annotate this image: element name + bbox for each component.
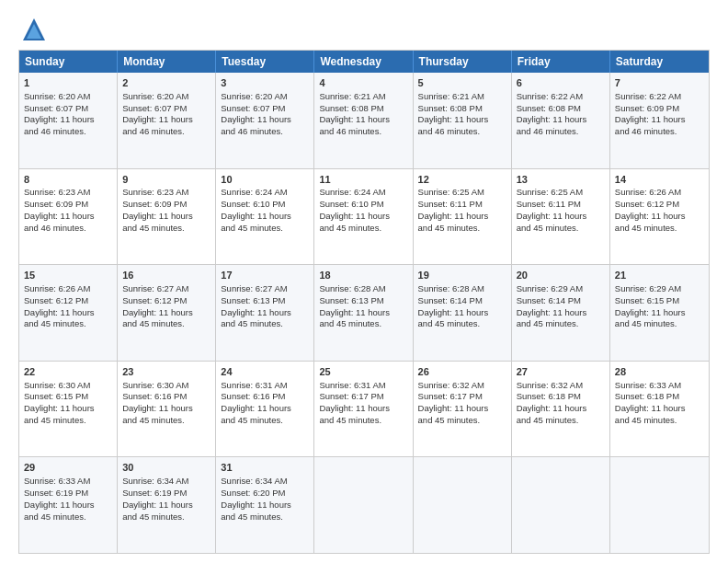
day-info-line: Sunrise: 6:27 AM: [221, 283, 309, 295]
day-info-line: and 45 minutes.: [319, 223, 407, 235]
day-number: 4: [319, 76, 407, 90]
day-info-line: Sunrise: 6:23 AM: [24, 187, 112, 199]
day-info-line: and 46 minutes.: [517, 126, 605, 138]
day-info-line: and 45 minutes.: [221, 318, 309, 330]
day-number: 19: [418, 269, 506, 282]
day-info-line: Daylight: 11 hours: [24, 403, 112, 415]
day-info-line: Daylight: 11 hours: [517, 307, 605, 319]
day-number: 15: [24, 269, 112, 282]
calendar-day-cell: 9Sunrise: 6:23 AMSunset: 6:09 PMDaylight…: [118, 169, 216, 265]
day-info-line: Sunset: 6:11 PM: [418, 199, 506, 211]
calendar-day-cell: 31Sunrise: 6:34 AMSunset: 6:20 PMDayligh…: [216, 457, 314, 553]
calendar-body: 1Sunrise: 6:20 AMSunset: 6:07 PMDaylight…: [19, 73, 709, 553]
day-number: 23: [122, 365, 210, 379]
day-info-line: and 45 minutes.: [122, 511, 210, 523]
day-number: 18: [319, 269, 407, 282]
day-info-line: and 45 minutes.: [517, 415, 605, 427]
calendar-day-cell: 11Sunrise: 6:24 AMSunset: 6:10 PMDayligh…: [314, 169, 413, 265]
day-info-line: Daylight: 11 hours: [122, 403, 210, 415]
day-info-line: Sunset: 6:10 PM: [221, 199, 309, 211]
day-info-line: and 45 minutes.: [615, 318, 704, 330]
calendar-day-cell: 15Sunrise: 6:26 AMSunset: 6:12 PMDayligh…: [19, 265, 118, 361]
day-info-line: Sunset: 6:14 PM: [418, 295, 506, 307]
day-info-line: Daylight: 11 hours: [221, 211, 309, 223]
calendar-day-cell: 6Sunrise: 6:22 AMSunset: 6:08 PMDaylight…: [512, 73, 610, 168]
day-info-line: and 45 minutes.: [517, 223, 605, 235]
day-info-line: Sunrise: 6:31 AM: [319, 380, 407, 392]
day-info-line: Daylight: 11 hours: [615, 403, 704, 415]
day-info-line: Sunset: 6:17 PM: [418, 391, 506, 403]
day-info-line: Sunrise: 6:22 AM: [615, 91, 704, 103]
day-number: 29: [24, 461, 112, 475]
day-number: 9: [122, 173, 210, 187]
day-number: 10: [221, 173, 309, 187]
day-number: 2: [122, 76, 210, 90]
day-number: 28: [615, 365, 704, 379]
day-number: 13: [517, 173, 605, 187]
day-info-line: Daylight: 11 hours: [221, 114, 309, 126]
day-info-line: Daylight: 11 hours: [418, 307, 506, 319]
day-info-line: Sunset: 6:18 PM: [615, 391, 704, 403]
day-info-line: Daylight: 11 hours: [615, 307, 704, 319]
day-info-line: Sunrise: 6:28 AM: [418, 283, 506, 295]
day-info-line: Daylight: 11 hours: [517, 211, 605, 223]
day-info-line: Sunrise: 6:30 AM: [24, 380, 112, 392]
calendar-day-cell: 19Sunrise: 6:28 AMSunset: 6:14 PMDayligh…: [414, 265, 512, 361]
day-info-line: Sunrise: 6:21 AM: [319, 91, 407, 103]
day-info-line: Sunrise: 6:31 AM: [221, 380, 309, 392]
day-info-line: Daylight: 11 hours: [221, 307, 309, 319]
day-info-line: and 46 minutes.: [24, 126, 112, 138]
day-info-line: Sunset: 6:19 PM: [24, 488, 112, 500]
day-info-line: Sunset: 6:20 PM: [221, 488, 309, 500]
page: SundayMondayTuesdayWednesdayThursdayFrid…: [0, 0, 728, 563]
calendar-day-cell: 27Sunrise: 6:32 AMSunset: 6:18 PMDayligh…: [512, 362, 610, 457]
calendar-day-cell: 17Sunrise: 6:27 AMSunset: 6:13 PMDayligh…: [216, 265, 314, 361]
day-info-line: and 45 minutes.: [418, 318, 506, 330]
day-info-line: Sunrise: 6:32 AM: [418, 380, 506, 392]
day-number: 22: [24, 365, 112, 379]
day-info-line: and 46 minutes.: [319, 126, 407, 138]
day-number: 17: [221, 269, 309, 282]
day-info-line: Daylight: 11 hours: [221, 403, 309, 415]
day-info-line: and 45 minutes.: [319, 415, 407, 427]
day-info-line: Sunrise: 6:20 AM: [221, 91, 309, 103]
calendar-day-cell: 4Sunrise: 6:21 AMSunset: 6:08 PMDaylight…: [314, 73, 413, 168]
calendar-day-cell: 2Sunrise: 6:20 AMSunset: 6:07 PMDaylight…: [118, 73, 216, 168]
day-number: 24: [221, 365, 309, 379]
calendar-day-cell: 22Sunrise: 6:30 AMSunset: 6:15 PMDayligh…: [19, 362, 118, 457]
day-info-line: Sunset: 6:12 PM: [615, 199, 704, 211]
day-info-line: and 45 minutes.: [615, 415, 704, 427]
calendar-header-cell: Friday: [512, 51, 610, 73]
day-info-line: Sunrise: 6:30 AM: [122, 380, 210, 392]
calendar-row: 29Sunrise: 6:33 AMSunset: 6:19 PMDayligh…: [19, 456, 709, 553]
calendar-header-cell: Sunday: [19, 51, 118, 73]
day-number: 27: [517, 365, 605, 379]
day-number: 1: [24, 76, 112, 90]
calendar-empty-cell: [314, 457, 413, 553]
day-info-line: Sunrise: 6:26 AM: [615, 187, 704, 199]
day-number: 31: [221, 461, 309, 475]
day-info-line: Sunrise: 6:20 AM: [24, 91, 112, 103]
day-info-line: and 46 minutes.: [221, 126, 309, 138]
day-info-line: Sunset: 6:19 PM: [122, 488, 210, 500]
day-info-line: and 45 minutes.: [122, 415, 210, 427]
day-info-line: Sunrise: 6:27 AM: [122, 283, 210, 295]
day-info-line: and 45 minutes.: [122, 318, 210, 330]
calendar-day-cell: 29Sunrise: 6:33 AMSunset: 6:19 PMDayligh…: [19, 457, 118, 553]
calendar-day-cell: 18Sunrise: 6:28 AMSunset: 6:13 PMDayligh…: [314, 265, 413, 361]
day-info-line: and 46 minutes.: [615, 126, 704, 138]
day-info-line: Sunrise: 6:28 AM: [319, 283, 407, 295]
day-info-line: Daylight: 11 hours: [24, 307, 112, 319]
calendar-day-cell: 1Sunrise: 6:20 AMSunset: 6:07 PMDaylight…: [19, 73, 118, 168]
day-info-line: Daylight: 11 hours: [122, 114, 210, 126]
day-info-line: Daylight: 11 hours: [319, 211, 407, 223]
day-info-line: Sunset: 6:15 PM: [615, 295, 704, 307]
calendar-empty-cell: [610, 457, 709, 553]
day-info-line: Sunrise: 6:24 AM: [221, 187, 309, 199]
calendar-day-cell: 8Sunrise: 6:23 AMSunset: 6:09 PMDaylight…: [19, 169, 118, 265]
calendar: SundayMondayTuesdayWednesdayThursdayFrid…: [18, 50, 710, 554]
day-info-line: Sunset: 6:08 PM: [319, 103, 407, 115]
day-info-line: Sunset: 6:12 PM: [24, 295, 112, 307]
day-info-line: Daylight: 11 hours: [122, 211, 210, 223]
day-info-line: Sunset: 6:13 PM: [319, 295, 407, 307]
